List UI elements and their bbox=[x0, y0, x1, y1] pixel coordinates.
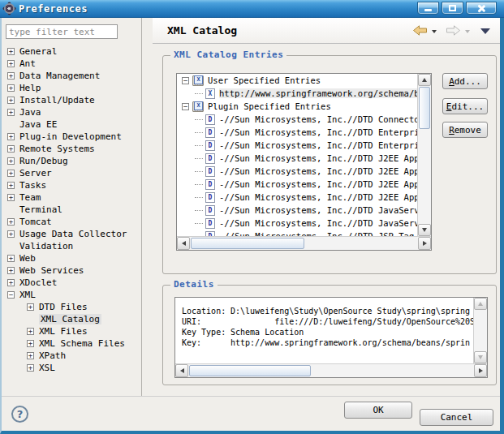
close-button[interactable] bbox=[466, 2, 497, 15]
entries-horizontal-scrollbar[interactable] bbox=[177, 236, 431, 250]
expand-icon[interactable]: + bbox=[7, 157, 15, 165]
catalog-entry-row[interactable]: D-//Sun Microsystems, Inc.//DTD J2EE App… bbox=[177, 165, 417, 178]
sidebar-item-java[interactable]: +Java bbox=[2, 106, 141, 118]
expand-icon[interactable]: + bbox=[7, 182, 15, 189]
arrow-left-icon bbox=[180, 368, 184, 373]
scroll-right-button[interactable] bbox=[474, 364, 487, 377]
sidebar-item-xml[interactable]: −XML bbox=[2, 289, 141, 301]
catalog-entry-row[interactable]: D-//Sun Microsystems, Inc.//DTD Enterpri… bbox=[177, 126, 417, 139]
vertical-scroll-thumb[interactable] bbox=[419, 87, 430, 129]
add-button[interactable]: Add... bbox=[442, 73, 488, 89]
sidebar-item-server[interactable]: +Server bbox=[2, 167, 141, 179]
sidebar-item-plug-in-development[interactable]: +Plug-in Development bbox=[2, 131, 141, 143]
horizontal-scroll-thumb[interactable] bbox=[191, 238, 304, 249]
sidebar-item-xdoclet[interactable]: +XDoclet bbox=[2, 277, 141, 289]
catalog-category-row[interactable]: −User Specified Entries bbox=[177, 74, 417, 87]
entries-vertical-scrollbar[interactable] bbox=[417, 74, 431, 236]
scroll-up-button[interactable] bbox=[418, 74, 431, 86]
minimize-button[interactable] bbox=[417, 2, 439, 15]
catalog-entry-row[interactable]: D-//Sun Microsystems, Inc.//DTD J2EE App… bbox=[177, 152, 417, 165]
scroll-up-button[interactable] bbox=[474, 298, 487, 310]
sidebar-item-data-management[interactable]: +Data Management bbox=[2, 70, 141, 82]
expand-icon[interactable]: + bbox=[27, 303, 34, 311]
maximize-button[interactable] bbox=[442, 2, 463, 15]
expand-icon[interactable]: + bbox=[7, 109, 15, 116]
sidebar-item-xml-catalog[interactable]: XML Catalog bbox=[2, 313, 141, 325]
sidebar-item-validation[interactable]: Validation bbox=[2, 240, 141, 252]
expand-icon[interactable]: + bbox=[7, 230, 15, 238]
catalog-entry-row[interactable]: D-//Sun Microsystems, Inc.//DTD J2EE App… bbox=[177, 178, 417, 191]
catalog-entry-row[interactable]: D-//Sun Microsystems, Inc.//DTD Enterpri… bbox=[177, 139, 417, 152]
catalog-entry-row[interactable]: D-//Sun Microsystems, Inc.//DTD JavaServ bbox=[177, 204, 417, 217]
sidebar-item-usage-data-collector[interactable]: +Usage Data Collector bbox=[2, 228, 141, 240]
catalog-category-row[interactable]: −Plugin Specified Entries bbox=[177, 100, 417, 113]
expand-icon[interactable]: + bbox=[27, 364, 34, 372]
catalog-entry-row[interactable]: D-//Sun Microsystems, Inc.//DTD JavaServ bbox=[177, 217, 417, 230]
expand-icon[interactable]: + bbox=[7, 170, 15, 177]
expand-icon[interactable]: + bbox=[27, 340, 34, 347]
sidebar-item-ant[interactable]: +Ant bbox=[2, 58, 141, 70]
sidebar-item-java-ee[interactable]: Java EE bbox=[2, 118, 141, 131]
sidebar-item-general[interactable]: +General bbox=[2, 45, 141, 58]
sidebar-item-web[interactable]: +Web bbox=[2, 252, 141, 264]
expand-icon[interactable]: + bbox=[7, 218, 15, 226]
details-vertical-scrollbar[interactable] bbox=[473, 298, 487, 363]
sidebar-item-xpath[interactable]: +XPath bbox=[2, 350, 141, 362]
forward-dropdown-icon[interactable] bbox=[465, 30, 470, 33]
sidebar-item-help[interactable]: +Help bbox=[2, 82, 141, 94]
collapse-icon[interactable]: − bbox=[7, 291, 15, 299]
sidebar-item-xml-schema-files[interactable]: +XML Schema Files bbox=[2, 337, 141, 350]
scroll-down-button[interactable] bbox=[418, 224, 431, 236]
sidebar-item-xsl[interactable]: +XSL bbox=[2, 362, 141, 374]
filter-input[interactable] bbox=[6, 24, 118, 39]
sidebar-item-tomcat[interactable]: +Tomcat bbox=[2, 216, 141, 228]
expand-icon[interactable]: + bbox=[27, 328, 34, 335]
scroll-left-button[interactable] bbox=[177, 237, 190, 250]
remove-button[interactable]: Remove bbox=[442, 122, 488, 138]
horizontal-scroll-thumb[interactable] bbox=[189, 365, 311, 376]
scroll-down-button[interactable] bbox=[474, 351, 487, 363]
entry-label: -//Sun Microsystems, Inc.//DTD J2EE Appl bbox=[219, 153, 417, 163]
sidebar-item-xml-files[interactable]: +XML Files bbox=[2, 325, 141, 337]
expand-icon[interactable]: + bbox=[7, 267, 15, 274]
expand-icon[interactable]: + bbox=[7, 60, 15, 67]
collapse-icon[interactable]: − bbox=[182, 103, 189, 110]
scroll-left-button[interactable] bbox=[175, 364, 188, 377]
catalog-entry-row[interactable]: D-//Sun Microsystems, Inc.//DTD J2EE App… bbox=[177, 191, 417, 204]
ok-button[interactable]: OK bbox=[344, 402, 412, 419]
detail-label: URI: bbox=[182, 316, 230, 327]
sidebar-item-web-services[interactable]: +Web Services bbox=[2, 264, 141, 277]
sidebar-item-remote-systems[interactable]: +Remote Systems bbox=[2, 143, 141, 155]
sidebar-item-label: Java EE bbox=[19, 119, 57, 130]
sidebar-item-team[interactable]: +Team bbox=[2, 191, 141, 204]
sidebar-item-run-debug[interactable]: +Run/Debug bbox=[2, 155, 141, 167]
catalog-entry-row[interactable]: D-//Sun Microsystems, Inc.//DTD JSP Tag … bbox=[177, 230, 417, 236]
cancel-button[interactable]: Cancel bbox=[420, 409, 493, 426]
expand-icon[interactable]: + bbox=[7, 72, 15, 79]
back-dropdown-icon[interactable] bbox=[432, 30, 437, 33]
view-menu-icon[interactable] bbox=[480, 28, 490, 34]
sidebar-item-dtd-files[interactable]: +DTD Files bbox=[2, 301, 141, 313]
expand-icon[interactable]: + bbox=[7, 133, 15, 140]
collapse-icon[interactable]: − bbox=[182, 77, 189, 84]
expand-icon[interactable]: + bbox=[27, 352, 34, 359]
back-icon[interactable] bbox=[412, 25, 428, 36]
forward-icon[interactable] bbox=[446, 25, 461, 36]
expand-icon[interactable]: + bbox=[7, 84, 15, 92]
sidebar-item-terminal[interactable]: Terminal bbox=[2, 204, 141, 216]
expand-icon[interactable]: + bbox=[7, 279, 15, 286]
details-horizontal-scrollbar[interactable] bbox=[175, 363, 487, 377]
scroll-right-button[interactable] bbox=[418, 237, 431, 250]
edit-button[interactable]: Edit... bbox=[442, 98, 488, 114]
tree-connector bbox=[195, 210, 203, 211]
sidebar-item-install-update[interactable]: +Install/Update bbox=[2, 94, 141, 106]
catalog-entry-row[interactable]: Xhttp://www.springframework.org/schema/b bbox=[177, 87, 417, 100]
sidebar-item-tasks[interactable]: +Tasks bbox=[2, 179, 141, 191]
expand-icon[interactable]: + bbox=[7, 145, 15, 153]
expand-icon[interactable]: + bbox=[7, 48, 15, 55]
expand-icon[interactable]: + bbox=[7, 97, 15, 104]
help-button[interactable]: ? bbox=[11, 406, 28, 423]
expand-icon[interactable]: + bbox=[7, 255, 15, 262]
catalog-entry-row[interactable]: D-//Sun Microsystems, Inc.//DTD Connecto… bbox=[177, 113, 417, 126]
expand-icon[interactable]: + bbox=[7, 194, 15, 201]
